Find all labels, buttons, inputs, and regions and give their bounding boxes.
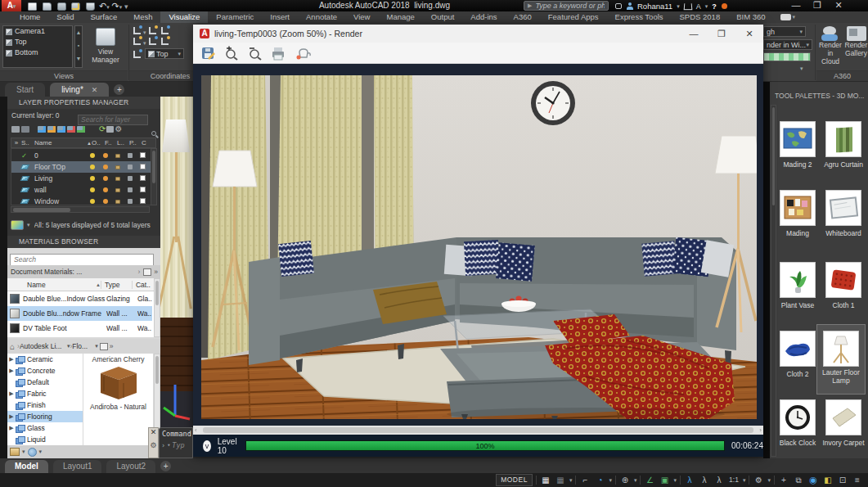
print-render-icon[interactable]	[270, 46, 286, 61]
materials-table-header[interactable]: Name▲ Type Cat..	[7, 278, 160, 291]
grid-display-icon[interactable]: ▦	[540, 474, 551, 486]
close-tab-icon[interactable]: ✕	[92, 86, 98, 94]
render-gallery-button[interactable]: RenderGallery	[844, 25, 868, 57]
new-layout-button[interactable]: +	[160, 461, 171, 471]
clean-screen-icon[interactable]: ⊡	[837, 474, 848, 486]
layer-color-chip[interactable]	[140, 152, 146, 158]
views-list[interactable]: Camera1 Top Bottom	[2, 25, 73, 68]
redo-icon[interactable]: ↷	[111, 1, 119, 11]
palette-item-invory-carpet[interactable]	[825, 399, 861, 435]
render-window-titlebar[interactable]: A living-Temp0003 (Zoom 50%) - Render — …	[193, 25, 763, 43]
osnap-icon[interactable]: ⊕	[619, 474, 631, 486]
render-maximize-button[interactable]: ❐	[708, 29, 735, 39]
tab-output[interactable]: Output	[423, 11, 463, 23]
palette-item-cloth2[interactable]	[780, 331, 816, 367]
scroll-left-icon[interactable]: ‹	[195, 426, 197, 434]
annotation-visibility-icon[interactable]: λ	[684, 474, 695, 486]
layer-lock-icon[interactable]	[115, 154, 120, 158]
render-in-cloud-button[interactable]: Render inCloud	[818, 25, 843, 65]
category-dropdown[interactable]: Flo...	[72, 342, 95, 350]
views-panel-label[interactable]: Views	[0, 70, 128, 81]
command-close-icon[interactable]: ✕	[149, 428, 158, 436]
close-button[interactable]: ✕	[828, 0, 849, 11]
render-panel-expand-icon[interactable]: ▾	[800, 65, 808, 74]
home-icon[interactable]: ⌂	[10, 342, 15, 351]
render-size-bar[interactable]	[763, 52, 811, 61]
command-wrench-icon[interactable]: ⚙	[149, 441, 158, 449]
save-as-icon[interactable]	[71, 2, 80, 11]
render-preset-dropdown[interactable]: gh▾	[763, 26, 806, 37]
tab-a360[interactable]: A360	[506, 11, 540, 23]
palette-item-mading[interactable]	[780, 190, 816, 226]
layer-plot-icon[interactable]	[128, 153, 133, 158]
palette-label-cloth1[interactable]: Cloth 1	[821, 301, 866, 309]
delete-layer2-icon[interactable]	[67, 126, 75, 133]
render-minimize-button[interactable]: —	[680, 29, 708, 38]
command-recent-icon[interactable]: ▾	[167, 442, 170, 449]
ucs-object-icon[interactable]	[161, 38, 169, 45]
file-tab-start[interactable]: Start	[5, 83, 45, 97]
layer-hscrollbar[interactable]	[11, 206, 150, 213]
snap-dropdown-icon[interactable]: ▾	[569, 477, 573, 484]
library-dropdown[interactable]: Autodesk Li...	[20, 342, 67, 350]
layer-table-header[interactable]: » S.. Name ▲ O.. F.. L.. P.. C	[11, 138, 156, 148]
view-item-top[interactable]: Top	[3, 37, 72, 47]
layer-row-0[interactable]: ✓ 0	[11, 150, 155, 161]
ucs-dropdown[interactable]: Top▾	[145, 48, 184, 59]
material-row-frame[interactable]: Double Blu...ndow Frame Wall ... Wa..	[7, 306, 152, 321]
username[interactable]: Rohana11	[637, 2, 672, 11]
snap-mode-icon[interactable]: ▦	[555, 474, 566, 486]
library-more-icon[interactable]: »	[110, 342, 114, 350]
a360-dropdown-icon[interactable]: ▾	[705, 3, 708, 10]
tab-solid[interactable]: Solid	[48, 11, 82, 23]
tree-item-fabric[interactable]: ▶Fabric	[7, 388, 83, 399]
tab-home[interactable]: Home	[11, 11, 48, 23]
command-input-ghost[interactable]: Typ	[172, 441, 184, 449]
palette-item-cloth1[interactable]	[825, 262, 861, 298]
units-icon[interactable]: ⧉	[793, 474, 804, 486]
progress-expand-icon[interactable]: v	[203, 440, 211, 452]
layer-freeze-icon[interactable]	[103, 153, 108, 158]
command-grip[interactable]: ✕ ⚙	[148, 427, 159, 458]
isolate-icon[interactable]	[106, 126, 114, 133]
plot-icon[interactable]	[86, 2, 95, 11]
wood-swatch[interactable]	[99, 365, 138, 401]
tab-layout1[interactable]: Layout1	[53, 460, 102, 473]
view-manager-button[interactable]: ViewManager	[87, 26, 124, 72]
tab-mesh[interactable]: Mesh	[125, 11, 160, 23]
osnap-dropdown-icon[interactable]: ▾	[634, 477, 637, 484]
view-item-camera1[interactable]: Camera1	[3, 26, 72, 37]
palette-item-mading2[interactable]	[780, 121, 816, 157]
tab-visualize[interactable]: Visualize	[160, 11, 208, 23]
scale-value[interactable]: 1:1	[728, 474, 740, 486]
file-tab-living[interactable]: living*✕	[50, 83, 109, 97]
refresh-icon[interactable]: ⟳	[99, 124, 106, 133]
tree-item-concrete[interactable]: ▶Concrete	[7, 365, 83, 377]
palette-label-plant-vase[interactable]: Plant Vase	[775, 301, 821, 309]
layer-row-wall[interactable]: wall	[11, 184, 155, 196]
palette-label-invory-carpet[interactable]: Invory Carpet	[821, 439, 866, 447]
tab-view[interactable]: View	[345, 11, 378, 23]
new-file-icon[interactable]	[28, 2, 37, 11]
palette-label-agru-curtain[interactable]: Agru Curtain	[821, 160, 866, 169]
palette-scrollbar[interactable]	[771, 105, 776, 457]
quick-properties-icon[interactable]: ◉	[807, 474, 819, 486]
palette-label-mading2[interactable]: Mading 2	[775, 160, 821, 169]
annotation-monitor-icon[interactable]: +	[778, 474, 789, 486]
tab-addins[interactable]: Add-ins	[462, 11, 505, 23]
set-current-icon[interactable]	[77, 126, 85, 133]
polar-dropdown-icon[interactable]: ▾	[609, 477, 612, 484]
palette-item-black-clock[interactable]	[780, 399, 816, 435]
ortho-icon[interactable]: ⌐	[579, 474, 591, 486]
ucs-view-icon[interactable]	[149, 38, 156, 45]
user-dropdown-icon[interactable]: ▾	[677, 3, 680, 10]
materials-search-input[interactable]	[10, 250, 154, 263]
scroll-right-icon[interactable]: ›	[759, 426, 762, 434]
layer-row-living[interactable]: Living	[11, 173, 155, 184]
help-icon[interactable]: ?	[712, 2, 717, 11]
tree-item-flooring[interactable]: ▶Flooring	[7, 411, 83, 422]
workspace-dropdown-icon[interactable]: ▾	[767, 477, 771, 484]
polar-tracking-icon[interactable]: ◔	[594, 474, 605, 486]
layer-search-icon[interactable]	[151, 131, 156, 136]
model-space-button[interactable]: MODEL	[496, 474, 533, 486]
